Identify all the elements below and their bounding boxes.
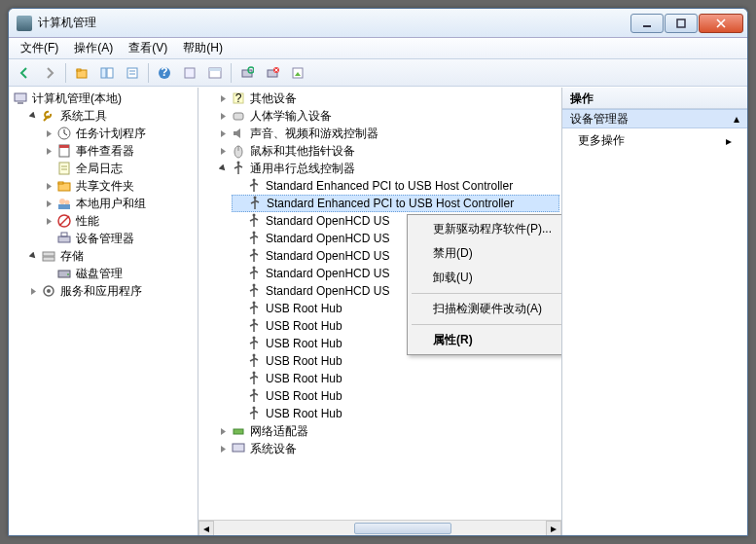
- svg-point-64: [253, 389, 256, 392]
- node-label: 系统设备: [250, 441, 297, 457]
- tree-system-tools[interactable]: 系统工具: [26, 107, 196, 125]
- tree-network[interactable]: 网络适配器: [216, 422, 559, 440]
- tree-hid[interactable]: 人体学输入设备: [216, 107, 559, 125]
- forward-button[interactable]: [38, 62, 61, 84]
- menu-view[interactable]: 查看(V): [121, 38, 175, 58]
- actions-section-header[interactable]: 设备管理器 ▴: [562, 109, 747, 128]
- mid-tree-pane[interactable]: ?其他设备 人体学输入设备 声音、视频和游戏控制器 鼠标和其他指针设备 通用串行…: [198, 88, 562, 535]
- show-hide-tree-button[interactable]: [95, 62, 119, 84]
- svg-rect-35: [58, 204, 70, 209]
- tree-mouse[interactable]: 鼠标和其他指针设备: [216, 142, 559, 160]
- actions-pane: 操作 设备管理器 ▴ 更多操作 ▸: [562, 88, 747, 535]
- collapse-icon[interactable]: [218, 163, 229, 174]
- close-button[interactable]: [699, 14, 743, 33]
- content-area: 计算机管理(本地) 系统工具 任务计划程序 事件查看器: [9, 87, 747, 535]
- expand-icon[interactable]: [44, 146, 54, 157]
- svg-point-57: [253, 267, 256, 270]
- expand-icon[interactable]: [218, 111, 229, 122]
- expand-icon[interactable]: [44, 181, 54, 192]
- ctx-update-driver[interactable]: 更新驱动程序软件(P)...: [410, 217, 562, 241]
- toolbar-btn-c[interactable]: [286, 62, 309, 84]
- ctx-properties[interactable]: 属性(R): [410, 328, 562, 352]
- maximize-button[interactable]: [665, 14, 698, 33]
- ctx-scan-hardware[interactable]: 扫描检测硬件改动(A): [410, 297, 562, 321]
- toolbar-btn-a[interactable]: [178, 62, 201, 84]
- tree-other-devices[interactable]: ?其他设备: [216, 90, 559, 107]
- svg-rect-6: [101, 68, 106, 78]
- up-button[interactable]: [70, 62, 93, 84]
- tree-event-viewer[interactable]: 事件查看器: [42, 142, 196, 160]
- expand-icon[interactable]: [218, 93, 229, 104]
- left-tree: 计算机管理(本地) 系统工具 任务计划程序 事件查看器: [9, 88, 198, 308]
- svg-rect-67: [233, 444, 244, 452]
- expand-icon[interactable]: [218, 426, 229, 437]
- node-label: 设备管理器: [76, 231, 134, 247]
- performance-icon: [56, 213, 72, 229]
- usb-device-item[interactable]: Standard Enhanced PCI to USB Host Contro…: [232, 195, 559, 212]
- expand-icon[interactable]: [218, 146, 229, 157]
- tree-shared-folders[interactable]: 共享文件夹: [42, 177, 196, 195]
- tree-services[interactable]: 服务和应用程序: [26, 282, 196, 300]
- tree-storage[interactable]: 存储: [26, 247, 196, 265]
- left-tree-pane[interactable]: 计算机管理(本地) 系统工具 任务计划程序 事件查看器: [9, 88, 198, 535]
- actions-title: 操作: [562, 88, 747, 109]
- help-button[interactable]: ?: [153, 62, 176, 84]
- ctx-uninstall[interactable]: 卸载(U): [410, 266, 562, 290]
- tree-system-devices[interactable]: 系统设备: [216, 440, 559, 457]
- ctx-disable[interactable]: 禁用(D): [410, 241, 562, 266]
- tree-global-log[interactable]: 全局日志: [42, 160, 196, 177]
- tree-performance[interactable]: 性能: [42, 212, 196, 230]
- menu-help[interactable]: 帮助(H): [175, 38, 231, 58]
- svg-point-34: [65, 200, 70, 205]
- expand-icon[interactable]: [218, 444, 229, 454]
- svg-rect-40: [43, 252, 54, 256]
- properties-button[interactable]: [121, 62, 144, 84]
- expand-icon[interactable]: [44, 199, 54, 209]
- computer-icon: [13, 91, 28, 106]
- usb-device-item[interactable]: USB Root Hub: [232, 370, 559, 387]
- svg-point-65: [253, 407, 256, 410]
- menubar: 文件(F) 操作(A) 查看(V) 帮助(H): [9, 38, 747, 59]
- menu-file[interactable]: 文件(F): [13, 38, 66, 58]
- tree-task-scheduler[interactable]: 任务计划程序: [42, 125, 196, 142]
- usb-device-item[interactable]: USB Root Hub: [232, 387, 559, 405]
- tree-root[interactable]: 计算机管理(本地): [11, 90, 196, 107]
- expand-icon[interactable]: [218, 128, 229, 139]
- tree-sound[interactable]: 声音、视频和游戏控制器: [216, 125, 559, 142]
- actions-more[interactable]: 更多操作 ▸: [562, 128, 747, 153]
- node-label: 人体学输入设备: [250, 108, 332, 125]
- tree-local-users[interactable]: 本地用户和组: [42, 195, 196, 212]
- tree-usb-controllers[interactable]: 通用串行总线控制器: [216, 160, 559, 177]
- usb-device-icon: [246, 213, 262, 229]
- svg-rect-27: [59, 145, 69, 148]
- scroll-left-button[interactable]: ◂: [198, 521, 214, 535]
- section-label: 设备管理器: [570, 111, 629, 127]
- svg-rect-48: [234, 113, 243, 120]
- expand-icon[interactable]: [28, 286, 39, 297]
- expand-icon[interactable]: [44, 128, 54, 139]
- collapse-icon[interactable]: [28, 251, 39, 262]
- menu-action[interactable]: 操作(A): [66, 38, 121, 58]
- hid-icon: [231, 108, 246, 124]
- tree-device-manager[interactable]: 设备管理器: [42, 230, 196, 247]
- collapse-icon[interactable]: [28, 111, 39, 122]
- expand-icon[interactable]: [44, 216, 54, 227]
- scroll-thumb[interactable]: [354, 523, 451, 534]
- app-window: 计算机管理 文件(F) 操作(A) 查看(V) 帮助(H) ?: [8, 8, 748, 536]
- scroll-right-button[interactable]: ▸: [546, 521, 561, 535]
- minimize-button[interactable]: [630, 14, 664, 33]
- tree-disk-management[interactable]: 磁盘管理: [42, 265, 196, 282]
- uninstall-button[interactable]: [261, 62, 284, 84]
- usb-device-icon: [246, 301, 262, 316]
- back-button[interactable]: [13, 62, 36, 84]
- svg-point-53: [254, 197, 257, 199]
- scan-hardware-button[interactable]: [235, 62, 259, 84]
- titlebar[interactable]: 计算机管理: [9, 9, 747, 38]
- svg-point-61: [253, 337, 256, 340]
- node-label: 声音、视频和游戏控制器: [250, 126, 378, 142]
- toolbar-btn-b[interactable]: [203, 62, 227, 84]
- horizontal-scrollbar[interactable]: ◂ ▸: [198, 520, 561, 535]
- usb-device-icon: [246, 318, 262, 334]
- usb-device-item[interactable]: Standard Enhanced PCI to USB Host Contro…: [232, 177, 559, 195]
- usb-device-item[interactable]: USB Root Hub: [232, 405, 559, 422]
